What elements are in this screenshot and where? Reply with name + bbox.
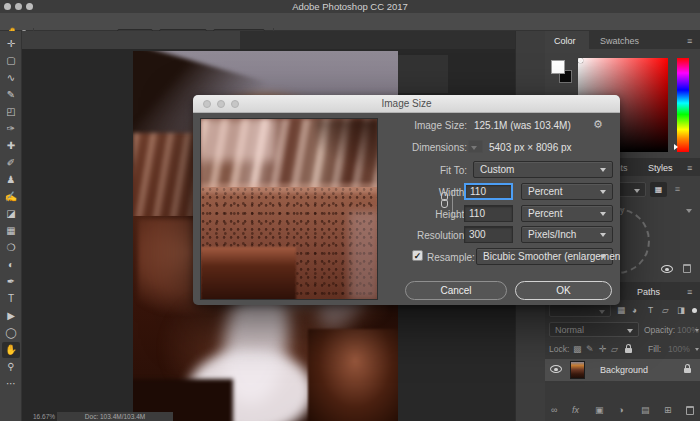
new-layer-icon[interactable]: ⊞ [664, 405, 672, 415]
layer-effects-icon[interactable]: fx [572, 405, 579, 415]
new-adjustment-layer-icon[interactable]: ◑ [618, 405, 623, 415]
link-layers-icon[interactable]: ∞ [551, 405, 557, 415]
status-doc-size[interactable]: Doc: 103.4M/103.4M [57, 412, 173, 421]
resolution-label: Resolution: [293, 230, 467, 241]
lock-all-icon[interactable] [625, 348, 632, 353]
smart-object-filter-icon[interactable]: ◨ [677, 305, 685, 315]
lasso-tool[interactable]: ∿ [2, 70, 20, 86]
blend-mode-dropdown[interactable]: Normal [549, 322, 639, 337]
more-tools-icon[interactable]: ⋯ [2, 376, 20, 392]
visibility-eye-icon[interactable] [661, 265, 673, 273]
list-view-button[interactable]: ≡ [669, 182, 686, 197]
panel-menu-icon[interactable]: ≡ [687, 36, 692, 46]
eyedropper-tool[interactable]: ✑ [2, 121, 20, 137]
tools-panel: ✛ ▢ ∿ ✎ ◰ ✑ ✚ ✐ ♟ ✍ ◪ ▦ ❍ ◐ ✒ T ▶ ◯ ✋ ⚲ … [0, 31, 22, 421]
cancel-button[interactable]: Cancel [405, 281, 507, 300]
dodge-tool[interactable]: ◐ [2, 257, 20, 273]
menu-bar: Adobe Photoshop CC 2017 [0, 0, 700, 13]
photoshop-window: Adobe Photoshop CC 2017 ✋ Scroll All Win… [0, 0, 700, 421]
link-dimensions-icon[interactable] [441, 199, 448, 208]
brush-tool[interactable]: ✐ [2, 155, 20, 171]
healing-brush-tool[interactable]: ✚ [2, 138, 20, 154]
width-label: Width: [293, 187, 467, 198]
lock-paint-icon[interactable]: ✎ [586, 344, 594, 354]
eraser-tool[interactable]: ◪ [2, 206, 20, 222]
dialog-title-bar[interactable]: Image Size [193, 95, 620, 113]
background-panel-remnant [398, 55, 448, 93]
resample-checkbox[interactable]: ✓ [412, 250, 423, 261]
fit-to-label: Fit To: [293, 165, 467, 176]
tab-paths[interactable]: Paths [637, 287, 660, 297]
width-input[interactable]: 110 [464, 183, 513, 200]
library-chevron-icon[interactable] [686, 209, 692, 213]
layer-thumbnail[interactable] [570, 361, 585, 379]
blur-tool[interactable]: ❍ [2, 240, 20, 256]
type-layers-filter-icon[interactable]: T [648, 305, 653, 315]
dialog-title: Image Size [193, 98, 620, 109]
height-unit-dropdown[interactable]: Percent [521, 205, 613, 222]
clone-stamp-tool[interactable]: ♟ [2, 172, 20, 188]
shape-tool[interactable]: ◯ [2, 325, 20, 341]
image-size-label: Image Size: [293, 120, 467, 131]
history-brush-tool[interactable]: ✍ [2, 189, 20, 205]
ok-button[interactable]: OK [515, 281, 612, 300]
lock-transparency-icon[interactable]: ▩ [573, 344, 582, 354]
panel-menu-icon[interactable]: ≡ [687, 163, 692, 173]
marquee-tool[interactable]: ▢ [2, 53, 20, 69]
path-selection-tool[interactable]: ▶ [2, 308, 20, 324]
dimensions-unit-dropdown[interactable] [468, 140, 483, 153]
gear-icon[interactable]: ⚙ [593, 118, 603, 131]
pen-tool[interactable]: ✒ [2, 274, 20, 290]
lock-move-icon[interactable]: ✛ [599, 344, 607, 354]
hand-tool[interactable]: ✋ [2, 342, 20, 358]
resample-label: Resample: [427, 252, 475, 263]
document-tab[interactable]: × YanZhang-Image1.psb @ 16.7% (RGB/8*) [22, 31, 240, 49]
status-zoom-level[interactable]: 16.67% [33, 413, 55, 420]
crop-tool[interactable]: ◰ [2, 104, 20, 120]
tab-styles[interactable]: Styles [648, 163, 673, 173]
hue-slider[interactable] [677, 58, 689, 152]
fill-label: Fill: [648, 344, 661, 354]
background-lock-icon [684, 368, 691, 373]
image-size-dialog: Image Size Image Size: 125.1M (was 103.4… [193, 95, 620, 305]
adjustment-layers-filter-icon[interactable]: ◕ [632, 305, 637, 315]
width-unit-dropdown[interactable]: Percent [521, 183, 613, 200]
fit-to-dropdown[interactable]: Custom [473, 161, 613, 178]
shape-layers-filter-icon[interactable]: ▱ [662, 305, 669, 315]
opacity-label: Opacity: [644, 325, 675, 335]
panel-foreground-color-swatch[interactable] [551, 60, 565, 74]
fill-chevron-icon[interactable] [695, 348, 699, 351]
layer-filter-kind-dropdown[interactable] [549, 304, 611, 317]
height-input[interactable]: 110 [464, 205, 513, 222]
height-label: Height: [293, 209, 467, 220]
gradient-tool[interactable]: ▦ [2, 223, 20, 239]
delete-trash-icon[interactable] [683, 264, 691, 273]
layer-name[interactable]: Background [600, 365, 648, 375]
filter-toggle-icon[interactable] [692, 308, 697, 313]
quick-selection-tool[interactable]: ✎ [2, 87, 20, 103]
opacity-chevron-icon[interactable] [695, 329, 699, 332]
resample-dropdown[interactable]: Bicubic Smoother (enlargement) [476, 248, 613, 265]
type-tool[interactable]: T [2, 291, 20, 307]
grid-view-button[interactable]: ▦ [650, 182, 667, 197]
tab-color[interactable]: Color [554, 36, 576, 46]
color-field-marker[interactable] [578, 58, 583, 63]
image-size-value: 125.1M (was 103.4M) [474, 120, 571, 131]
lock-artboard-icon[interactable]: ▱ [611, 344, 618, 354]
color-panel-header: Color Swatches ≡ [545, 31, 700, 49]
zoom-tool[interactable]: ⚲ [2, 359, 20, 375]
resolution-unit-dropdown[interactable]: Pixels/Inch [521, 226, 613, 243]
app-title: Adobe Photoshop CC 2017 [0, 1, 700, 12]
layer-mask-icon[interactable]: ▣ [595, 405, 604, 415]
resolution-input[interactable]: 300 [464, 226, 513, 243]
fill-value[interactable]: 100% [668, 344, 690, 354]
layer-group-icon[interactable]: ▤ [641, 405, 650, 415]
tab-swatches[interactable]: Swatches [600, 36, 639, 46]
move-tool[interactable]: ✛ [2, 36, 20, 52]
layer-visibility-eye-icon[interactable] [550, 365, 562, 373]
hue-slider-marker[interactable] [674, 144, 678, 150]
pixel-layers-filter-icon[interactable]: ▦ [617, 305, 625, 315]
lock-label: Lock: [549, 344, 569, 354]
delete-layer-icon[interactable] [686, 406, 694, 415]
panel-menu-icon[interactable]: ≡ [687, 287, 692, 297]
